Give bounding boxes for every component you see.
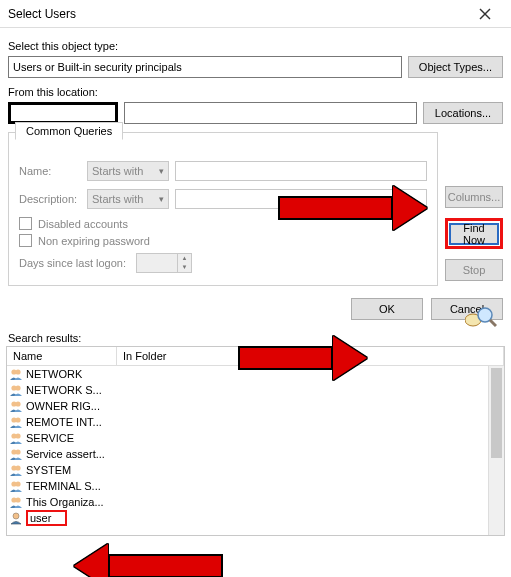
name-input[interactable] <box>175 161 427 181</box>
magnifier-icon <box>465 306 497 328</box>
results-row-name: REMOTE INT... <box>26 416 102 428</box>
results-row[interactable]: user <box>7 510 504 526</box>
close-button[interactable] <box>465 3 505 25</box>
svg-point-22 <box>15 497 20 502</box>
find-now-button[interactable]: Find Now <box>449 223 499 245</box>
spin-up-icon: ▲ <box>178 254 191 263</box>
location-field-highlight[interactable] <box>8 102 118 124</box>
object-types-button[interactable]: Object Types... <box>408 56 503 78</box>
common-queries-group: Common Queries Name: Starts with ▾ Descr… <box>8 132 438 286</box>
svg-point-12 <box>15 417 20 422</box>
name-match-value: Starts with <box>92 165 143 177</box>
group-icon <box>9 431 23 445</box>
results-row[interactable]: REMOTE INT... <box>7 414 504 430</box>
locations-button[interactable]: Locations... <box>423 102 503 124</box>
svg-point-6 <box>15 369 20 374</box>
title-bar: Select Users <box>0 0 511 28</box>
non-expiring-checkbox[interactable] <box>19 234 32 247</box>
results-row[interactable]: SERVICE <box>7 430 504 446</box>
description-match-combo[interactable]: Starts with ▾ <box>87 189 169 209</box>
results-row[interactable]: OWNER RIG... <box>7 398 504 414</box>
disabled-accounts-label: Disabled accounts <box>38 218 128 230</box>
group-icon <box>9 415 23 429</box>
non-expiring-label: Non expiring password <box>38 235 150 247</box>
svg-point-14 <box>15 433 20 438</box>
description-match-value: Starts with <box>92 193 143 205</box>
window-title: Select Users <box>8 7 76 21</box>
svg-point-18 <box>15 465 20 470</box>
location-field[interactable] <box>124 102 417 124</box>
spin-down-icon: ▼ <box>178 263 191 272</box>
from-location-label: From this location: <box>8 86 503 98</box>
search-results-label: Search results: <box>0 326 511 344</box>
stop-button[interactable]: Stop <box>445 259 503 281</box>
group-icon <box>9 463 23 477</box>
results-row[interactable]: This Organiza... <box>7 494 504 510</box>
results-row-name: OWNER RIG... <box>26 400 100 412</box>
svg-line-4 <box>490 320 496 326</box>
results-row-name: NETWORK S... <box>26 384 102 396</box>
svg-point-23 <box>13 513 19 519</box>
results-row[interactable]: TERMINAL S... <box>7 478 504 494</box>
name-match-combo[interactable]: Starts with ▾ <box>87 161 169 181</box>
results-row-name: SYSTEM <box>26 464 71 476</box>
group-icon <box>9 495 23 509</box>
results-row[interactable]: Service assert... <box>7 446 504 462</box>
group-icon <box>9 479 23 493</box>
object-type-label: Select this object type: <box>8 40 503 52</box>
results-row-name: Service assert... <box>26 448 105 460</box>
results-row[interactable]: NETWORK <box>7 366 504 382</box>
group-icon <box>9 447 23 461</box>
group-icon <box>9 367 23 381</box>
search-results-list: Name In Folder NETWORKNETWORK S...OWNER … <box>6 346 505 536</box>
close-icon <box>479 8 491 20</box>
results-row[interactable]: NETWORK S... <box>7 382 504 398</box>
results-row-name: user <box>26 510 67 526</box>
results-scrollbar[interactable] <box>488 366 504 535</box>
column-in-folder[interactable]: In Folder <box>117 347 504 365</box>
results-row-name: This Organiza... <box>26 496 104 508</box>
description-label: Description: <box>19 193 81 205</box>
days-since-spinner[interactable]: ▲▼ <box>136 253 192 273</box>
columns-button[interactable]: Columns... <box>445 186 503 208</box>
results-row-name: SERVICE <box>26 432 74 444</box>
svg-point-16 <box>15 449 20 454</box>
column-name[interactable]: Name <box>7 347 117 365</box>
svg-point-8 <box>15 385 20 390</box>
chevron-down-icon: ▾ <box>159 166 164 176</box>
name-label: Name: <box>19 165 81 177</box>
days-since-label: Days since last logon: <box>19 257 126 269</box>
user-icon <box>9 511 23 525</box>
find-now-highlight: Find Now <box>445 218 503 249</box>
results-row-name: NETWORK <box>26 368 82 380</box>
group-icon <box>9 383 23 397</box>
svg-point-3 <box>478 308 492 322</box>
ok-button[interactable]: OK <box>351 298 423 320</box>
chevron-down-icon: ▾ <box>159 194 164 204</box>
common-queries-tab[interactable]: Common Queries <box>15 122 123 140</box>
results-row-name: TERMINAL S... <box>26 480 101 492</box>
results-header: Name In Folder <box>7 347 504 366</box>
scrollbar-thumb[interactable] <box>491 368 502 458</box>
arrow-annotation <box>74 544 223 577</box>
description-input[interactable] <box>175 189 427 209</box>
svg-point-10 <box>15 401 20 406</box>
results-row[interactable]: SYSTEM <box>7 462 504 478</box>
object-type-field[interactable] <box>8 56 402 78</box>
svg-point-20 <box>15 481 20 486</box>
group-icon <box>9 399 23 413</box>
disabled-accounts-checkbox[interactable] <box>19 217 32 230</box>
